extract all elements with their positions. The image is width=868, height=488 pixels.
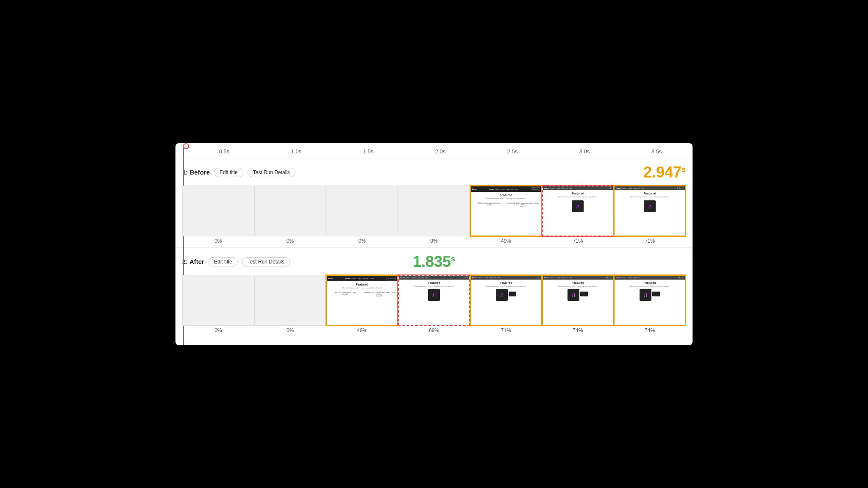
before-edit-title-button[interactable]: Edit title	[214, 168, 243, 177]
after-frame-5: Home Shirts Fitted WebPerf Hats ☰ 🔍 🛒 Fe…	[542, 275, 614, 333]
before-thumb-2	[326, 186, 398, 236]
after-test-run-button[interactable]: Test Run Details	[242, 257, 290, 266]
before-pct-4: 49%	[501, 238, 511, 244]
before-pct-3: 0%	[430, 238, 437, 244]
after-thumb-0	[182, 275, 254, 326]
before-frame-1: 0%	[254, 186, 326, 244]
tshirt-svg: л	[572, 200, 584, 212]
timeline-label-0: 0.5s	[188, 148, 260, 155]
after-mini-browser-6: Home Shirts Fitted WebPerf ☰ 🔍 🛒 Feature…	[615, 276, 685, 325]
timeline-label-4: 2.5s	[476, 148, 548, 155]
after-pct-2: 49%	[357, 327, 367, 333]
after-thumb-6: Home Shirts Fitted WebPerf ☰ 🔍 🛒 Feature…	[614, 275, 686, 326]
svg-text:л: л	[648, 203, 651, 210]
before-pct-0: 0%	[214, 238, 222, 244]
before-thumb-3	[398, 186, 470, 236]
before-section: 1: Before Edit title Test Run Details 2.…	[175, 158, 693, 248]
after-frame-3: Home Shirts Fitted WebPerf Hats S ☰ Feat…	[398, 275, 470, 333]
before-mini-browser-4: Menu Home Shirts Fitted WebPerf Hats $ S…	[471, 186, 541, 236]
after-frame-2: Menu Home Shirts Fitted WebPerf Hats $ S…	[326, 275, 398, 333]
after-pct-1: 0%	[287, 327, 294, 333]
after-thumb-1	[254, 275, 326, 326]
before-score-unit: s	[682, 165, 686, 174]
after-thumb-5: Home Shirts Fitted WebPerf Hats ☰ 🔍 🛒 Fe…	[542, 275, 614, 326]
svg-text:л: л	[500, 291, 504, 298]
before-frame-6: Home Shirts Fitted WebPerf Hats ☰ 🔍 🛒 Fe…	[614, 186, 686, 244]
before-frame-5: Home Shirts Fitted WebPerf Hats S ☰ Feat…	[542, 186, 614, 244]
after-header: 2: After Edit title Test Run Details 1.8…	[182, 253, 686, 271]
after-mini-browser-3: Home Shirts Fitted WebPerf Hats S ☰ Feat…	[399, 276, 469, 325]
before-header: 1: Before Edit title Test Run Details 2.…	[182, 164, 686, 181]
after-tshirt-5: л	[568, 289, 579, 301]
before-test-run-button[interactable]: Test Run Details	[248, 168, 295, 177]
before-thumb-0	[182, 186, 254, 236]
svg-text:л: л	[644, 291, 647, 298]
after-tshirt-4: л	[496, 289, 508, 301]
svg-text:л: л	[432, 291, 436, 298]
timeline-labels: 0.5s 1.0s 1.5s 2.0s 2.5s 3.0s 3.5s	[188, 148, 693, 155]
after-tshirt-6: л	[640, 289, 651, 301]
before-thumb-6: Home Shirts Fitted WebPerf Hats ☰ 🔍 🛒 Fe…	[614, 186, 686, 236]
main-container: 0.5s 1.0s 1.5s 2.0s 2.5s 3.0s 3.5s 1: Be…	[175, 143, 693, 345]
after-frame-4: Home Shirts Fitted WebPerf Hats S ☰ Feat…	[470, 275, 542, 333]
after-title: 2: After	[182, 258, 204, 265]
after-hat-4	[509, 291, 516, 297]
timeline-label-5: 3.0s	[548, 148, 620, 155]
after-mini-browser-4: Home Shirts Fitted WebPerf Hats S ☰ Feat…	[471, 276, 541, 325]
timeline-label-1: 1.0s	[260, 148, 332, 155]
before-pct-5: 71%	[573, 238, 583, 244]
timeline-label-3: 2.0s	[404, 148, 476, 155]
after-hat-6	[652, 291, 660, 297]
before-pct-1: 0%	[287, 238, 294, 244]
after-tshirt-3: л	[428, 289, 440, 301]
after-pct-6: 74%	[645, 327, 655, 333]
after-score-unit: s	[451, 255, 455, 263]
timeline-header: 0.5s 1.0s 1.5s 2.0s 2.5s 3.0s 3.5s	[175, 143, 693, 158]
svg-rect-11	[580, 291, 588, 296]
before-score: 2.947s	[643, 164, 686, 181]
after-score-value: 1.835	[413, 253, 451, 270]
after-score: 1.835s	[413, 253, 455, 271]
after-section: 2: After Edit title Test Run Details 1.8…	[175, 248, 693, 337]
before-thumb-4: Menu Home Shirts Fitted WebPerf Hats $ S…	[470, 186, 542, 236]
before-frame-4: Menu Home Shirts Fitted WebPerf Hats $ S…	[470, 186, 542, 244]
before-score-value: 2.947	[643, 164, 682, 181]
before-filmstrip: 0% 0% 0% 0% Menu	[182, 186, 686, 244]
before-pct-2: 0%	[359, 238, 366, 244]
before-nav-4: Menu Home Shirts Fitted WebPerf Hats $ S…	[471, 186, 541, 192]
before-frame-0: 0%	[182, 186, 254, 244]
before-frame-3: 0%	[398, 186, 470, 244]
svg-rect-8	[509, 291, 516, 296]
tshirt-svg-2: л	[644, 200, 656, 212]
after-hat-5	[580, 291, 588, 297]
after-thumb-2: Menu Home Shirts Fitted WebPerf Hats $ S…	[326, 275, 398, 326]
timeline-label-6: 3.5s	[620, 148, 693, 155]
before-pct-6: 71%	[645, 238, 655, 244]
before-mini-browser-6: Home Shirts Fitted WebPerf Hats ☰ 🔍 🛒 Fe…	[615, 186, 685, 236]
before-thumb-5: Home Shirts Fitted WebPerf Hats S ☰ Feat…	[542, 186, 614, 236]
before-frame-2: 0%	[326, 186, 398, 244]
after-frame-1: 0%	[254, 275, 326, 333]
after-pct-0: 0%	[214, 327, 222, 333]
after-pct-5: 74%	[573, 327, 583, 333]
after-pct-3: 69%	[429, 327, 439, 333]
before-thumb-1	[254, 186, 326, 236]
before-mini-browser-5: Home Shirts Fitted WebPerf Hats S ☰ Feat…	[543, 186, 613, 236]
after-frame-6: Home Shirts Fitted WebPerf ☰ 🔍 🛒 Feature…	[614, 275, 686, 333]
svg-rect-14	[652, 291, 660, 296]
svg-text:л: л	[576, 203, 579, 210]
timeline-label-2: 1.5s	[332, 148, 404, 155]
after-edit-title-button[interactable]: Edit title	[209, 257, 238, 266]
after-mini-browser-2: Menu Home Shirts Fitted WebPerf Hats $ S…	[327, 276, 397, 325]
timeline-marker	[183, 143, 189, 149]
after-thumb-3: Home Shirts Fitted WebPerf Hats S ☰ Feat…	[398, 275, 470, 326]
after-frame-0: 0%	[182, 275, 254, 333]
after-pct-4: 71%	[501, 327, 511, 333]
svg-text:л: л	[572, 291, 575, 298]
after-filmstrip: 0% 0% Menu Home Shirts Fitted	[182, 275, 686, 333]
before-title: 1: Before	[182, 169, 210, 176]
after-mini-browser-5: Home Shirts Fitted WebPerf Hats ☰ 🔍 🛒 Fe…	[543, 276, 613, 325]
after-thumb-4: Home Shirts Fitted WebPerf Hats S ☰ Feat…	[470, 275, 542, 326]
